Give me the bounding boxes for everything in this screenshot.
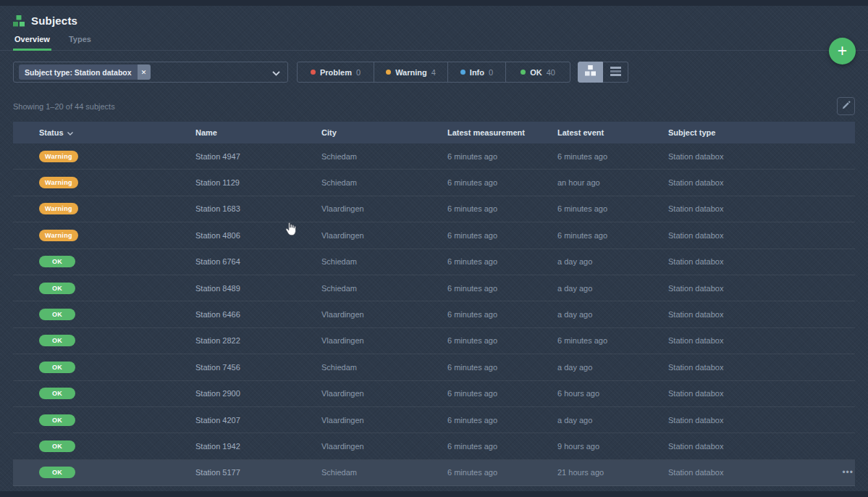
column-header-latest-measurement[interactable]: Latest measurement	[447, 128, 557, 137]
ellipsis-icon: •••	[842, 467, 854, 477]
cell-name: Station 6466	[195, 310, 321, 319]
boxes-icon	[13, 15, 25, 27]
status-label: Info	[470, 68, 484, 77]
cell-city: Vlaardingen	[321, 416, 447, 425]
edit-columns-button[interactable]	[837, 97, 855, 115]
cell-subject-type: Station databox	[668, 204, 829, 213]
status-badge: Warning	[39, 203, 78, 214]
table-row[interactable]: OK Station 2822 Vlaardingen 6 minutes ag…	[13, 328, 855, 354]
results-summary-row: Showing 1–20 of 44 subjects	[13, 97, 855, 115]
status-badge: OK	[39, 467, 75, 478]
status-badge: OK	[39, 414, 75, 426]
cell-latest-measurement: 6 minutes ago	[447, 363, 557, 372]
cell-name: Station 1942	[195, 442, 321, 451]
window-bottom-bar	[0, 491, 868, 497]
filter-bar: Subject type: Station databox ✕ Problem …	[13, 62, 855, 83]
status-filter-group: Problem 0 Warning 4 Info 0 OK 40	[297, 62, 570, 83]
chevron-down-icon	[67, 128, 73, 137]
cell-city: Vlaardingen	[321, 310, 447, 319]
table-row[interactable]: OK Station 5177 Schiedam 6 minutes ago 2…	[13, 460, 855, 486]
table-row[interactable]: OK Station 7456 Schiedam 6 minutes ago a…	[13, 354, 855, 380]
status-filter-info[interactable]: Info 0	[447, 62, 506, 83]
table-row[interactable]: Warning Station 4947 Schiedam 6 minutes …	[13, 143, 855, 170]
cell-latest-measurement: 6 minutes ago	[447, 468, 557, 477]
status-dot	[460, 70, 465, 75]
table-row[interactable]: Warning Station 1129 Schiedam 6 minutes …	[13, 170, 855, 196]
table-row[interactable]: OK Station 1942 Vlaardingen 6 minutes ag…	[13, 433, 855, 459]
cell-name: Station 2900	[195, 389, 321, 398]
cell-subject-type: Station databox	[668, 363, 829, 372]
cell-subject-type: Station databox	[668, 257, 829, 266]
tab-types[interactable]: Types	[69, 35, 91, 50]
cell-name: Station 1129	[195, 178, 321, 187]
cell-latest-event: 6 minutes ago	[557, 152, 668, 161]
column-header-latest-event[interactable]: Latest event	[557, 128, 668, 137]
table-row[interactable]: Warning Station 1683 Vlaardingen 6 minut…	[13, 196, 855, 222]
status-filter-problem[interactable]: Problem 0	[297, 62, 374, 83]
cell-latest-event: a day ago	[557, 416, 668, 425]
tab-bar: Overview Types	[0, 35, 868, 51]
hierarchy-icon	[585, 65, 596, 79]
column-header-status[interactable]: Status	[39, 128, 195, 137]
cell-latest-event: 6 minutes ago	[557, 336, 668, 345]
view-mode-list-button[interactable]	[603, 62, 628, 83]
cell-subject-type: Station databox	[668, 416, 829, 425]
cell-latest-measurement: 6 minutes ago	[447, 442, 557, 451]
add-subject-button[interactable]: +	[829, 38, 856, 64]
status-dot	[386, 70, 391, 75]
column-header-subject-type[interactable]: Subject type	[668, 128, 829, 137]
status-label: OK	[530, 68, 542, 77]
cell-name: Station 4207	[195, 416, 321, 425]
cell-city: Vlaardingen	[321, 231, 447, 240]
column-header-name[interactable]: Name	[195, 128, 321, 137]
view-mode-hierarchy-button[interactable]	[578, 62, 603, 83]
cell-name: Station 4806	[195, 231, 321, 240]
tab-overview[interactable]: Overview	[14, 35, 50, 50]
row-menu-button[interactable]: •••	[829, 467, 855, 477]
x-icon[interactable]: ✕	[138, 64, 151, 80]
status-badge: OK	[39, 440, 75, 452]
status-badge: OK	[39, 309, 75, 320]
status-dot	[311, 70, 316, 75]
window-top-bar	[0, 0, 868, 6]
status-count: 4	[431, 68, 436, 77]
table-row[interactable]: OK Station 8489 Schiedam 6 minutes ago a…	[13, 275, 855, 301]
cell-latest-measurement: 6 minutes ago	[447, 389, 557, 398]
cell-subject-type: Station databox	[668, 389, 829, 398]
cell-latest-event: a day ago	[557, 257, 668, 266]
cell-name: Station 1683	[195, 204, 321, 213]
status-badge: OK	[39, 335, 75, 346]
cell-city: Vlaardingen	[321, 204, 447, 213]
status-filter-warning[interactable]: Warning 4	[374, 62, 448, 83]
table-row[interactable]: OK Station 2900 Vlaardingen 6 minutes ag…	[13, 381, 855, 407]
cell-subject-type: Station databox	[668, 178, 829, 187]
cell-city: Schiedam	[321, 257, 447, 266]
cell-city: Vlaardingen	[321, 336, 447, 345]
status-badge: OK	[39, 283, 75, 294]
filter-chip-label: Subject type: Station databox	[19, 64, 138, 80]
cell-subject-type: Station databox	[668, 442, 829, 451]
table-row[interactable]: OK Station 4207 Vlaardingen 6 minutes ag…	[13, 407, 855, 433]
cell-subject-type: Station databox	[668, 152, 829, 161]
status-badge: Warning	[39, 177, 78, 188]
cell-name: Station 8489	[195, 284, 321, 293]
cell-latest-event: 6 hours ago	[557, 389, 668, 398]
column-header-city[interactable]: City	[321, 128, 447, 137]
table-row[interactable]: OK Station 6466 Vlaardingen 6 minutes ag…	[13, 301, 855, 327]
table-row[interactable]: OK Station 6764 Schiedam 6 minutes ago a…	[13, 249, 855, 275]
cell-latest-measurement: 6 minutes ago	[447, 152, 557, 161]
cell-latest-measurement: 6 minutes ago	[447, 336, 557, 345]
cell-latest-event: a day ago	[557, 310, 668, 319]
status-badge: Warning	[39, 230, 78, 241]
table-row[interactable]: Warning Station 4806 Vlaardingen 6 minut…	[13, 222, 855, 248]
subject-type-filter-select[interactable]: Subject type: Station databox ✕	[13, 62, 288, 83]
cell-subject-type: Station databox	[668, 336, 829, 345]
status-dot	[521, 70, 526, 75]
cell-city: Schiedam	[321, 178, 447, 187]
cell-city: Vlaardingen	[321, 442, 447, 451]
cell-latest-event: an hour ago	[557, 178, 668, 187]
cell-city: Schiedam	[321, 152, 447, 161]
table-body: Warning Station 4947 Schiedam 6 minutes …	[13, 143, 855, 486]
status-filter-ok[interactable]: OK 40	[505, 62, 570, 83]
status-count: 40	[547, 68, 555, 77]
